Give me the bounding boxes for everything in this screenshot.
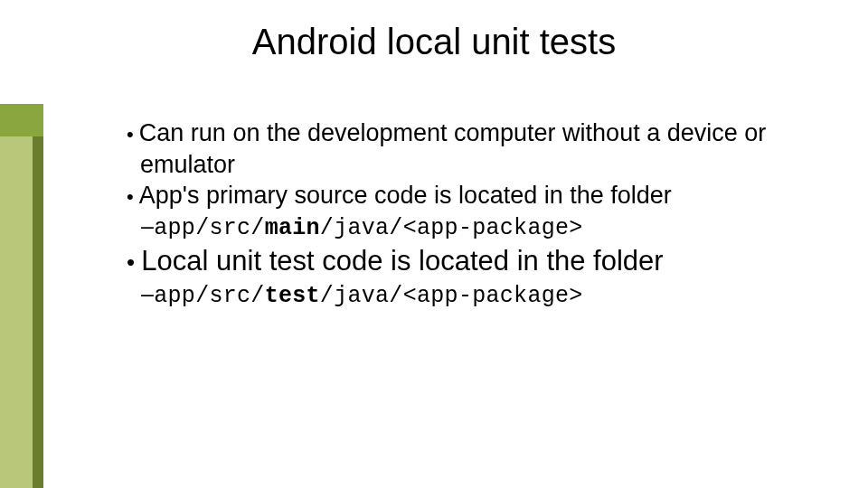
accent-bar-cap	[0, 104, 43, 136]
path-segment: app/src/	[154, 215, 264, 241]
bullet-item-2: App's primary source code is located in …	[127, 180, 796, 211]
accent-bar-dark	[33, 104, 43, 488]
path-segment: app/src/	[154, 283, 264, 309]
slide-body: Can run on the development computer with…	[127, 117, 796, 311]
accent-bar	[0, 104, 54, 488]
path-segment: /java/<app-package>	[320, 283, 583, 309]
path-segment-bold: main	[265, 215, 320, 241]
accent-bar-light	[0, 104, 34, 488]
slide-title: Android local unit tests	[0, 22, 868, 62]
code-path-test: app/src/test/java/<app-package>	[127, 279, 796, 312]
bullet-item-1: Can run on the development computer with…	[127, 117, 796, 180]
bullet-item-3: Local unit test code is located in the f…	[127, 243, 796, 279]
path-segment: /java/<app-package>	[320, 215, 583, 241]
path-segment-bold: test	[265, 283, 320, 309]
code-path-main: app/src/main/java/<app-package>	[127, 211, 796, 244]
